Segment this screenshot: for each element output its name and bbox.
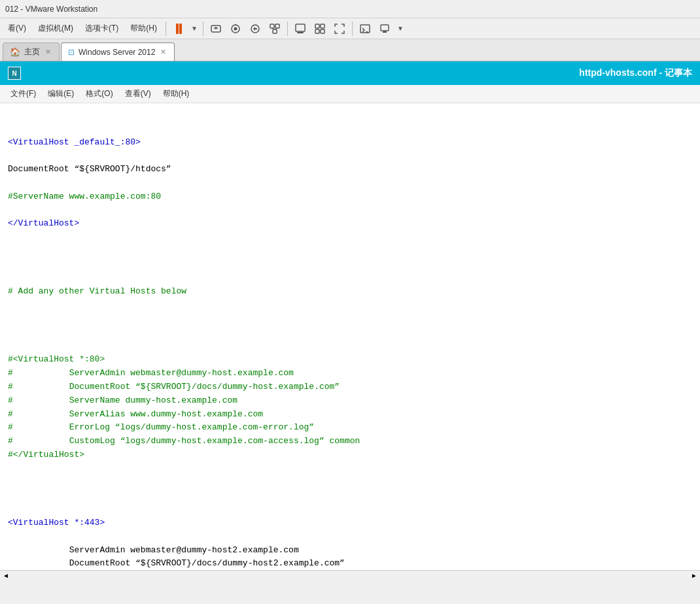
title-bar: 012 - VMware Workstation (0, 0, 700, 18)
notepad-menu-view[interactable]: 查看(V) (120, 86, 156, 101)
snapshot-button[interactable] (226, 20, 245, 38)
tab-vm-label: Windows Server 2012 (79, 48, 155, 57)
pause-button[interactable] (169, 20, 188, 38)
pause-bar-2 (179, 24, 182, 34)
notepad-menu-edit[interactable]: 编辑(E) (43, 86, 79, 101)
svg-rect-9 (273, 29, 277, 33)
tab-vm-close[interactable]: ✕ (159, 47, 167, 57)
content-line-1: <VirtualHost _default_:80> DocumentRoot … (8, 137, 365, 570)
svg-rect-8 (275, 24, 279, 28)
svg-rect-7 (270, 24, 274, 28)
menu-view[interactable]: 看(V) (3, 20, 31, 37)
tab-windows-server[interactable]: ⊡ Windows Server 2012 ✕ (61, 42, 175, 61)
console-button[interactable] (356, 20, 374, 38)
svg-rect-18 (360, 25, 370, 33)
menu-tabs[interactable]: 选项卡(T) (80, 20, 124, 37)
menu-help[interactable]: 帮助(H) (125, 20, 162, 37)
svg-rect-16 (315, 29, 319, 33)
comment-servername-1: #ServerName www.example.com:80 (8, 192, 161, 201)
notepad-menu-help[interactable]: 帮助(H) (158, 86, 195, 101)
svg-rect-14 (315, 24, 319, 28)
pause-bar-1 (176, 24, 179, 34)
comment-virtualhost-80: #<VirtualHost *:80> # ServerAdmin webmas… (8, 354, 360, 460)
notepad-menubar: 文件(F) 编辑(E) 格式(O) 查看(V) 帮助(H) (0, 85, 700, 103)
normal-view-button[interactable] (291, 20, 309, 38)
vmware-menubar: 看(V) 虚拟机(M) 选项卡(T) 帮助(H) ▼ ▼ (0, 18, 700, 39)
toolbar-separator-1 (166, 22, 166, 36)
horizontal-scrollbar[interactable]: ◄ ► (0, 570, 700, 580)
tag-virtualhost-close-1: </VirtualHost> (8, 218, 79, 228)
tab-home-close[interactable]: ✕ (44, 47, 52, 57)
content-documentroot-1: DocumentRoot “${SRVROOT}/htdocs” (8, 164, 171, 174)
svg-point-4 (234, 27, 237, 30)
toolbar-separator-4 (352, 22, 353, 36)
notepad-editor[interactable]: <VirtualHost _default_:80> DocumentRoot … (0, 103, 700, 570)
tag-virtualhost-443: <VirtualHost *:443> (8, 518, 105, 528)
toolbar-separator-3 (287, 22, 288, 36)
fullscreen-button[interactable] (330, 20, 349, 38)
notepad-title-text: httpd-vhosts.conf - 记事本 (579, 67, 692, 79)
snapshot-manager-button[interactable] (266, 20, 284, 38)
tag-virtualhost-default: <VirtualHost _default_:80> (8, 137, 141, 147)
tab-bar: 🏠 主页 ✕ ⊡ Windows Server 2012 ✕ (0, 39, 700, 61)
svg-rect-15 (321, 24, 324, 28)
svg-rect-17 (321, 29, 324, 33)
scroll-right-arrow[interactable]: ► (688, 572, 700, 579)
fit-window-button[interactable] (376, 20, 394, 38)
notepad-menu-file[interactable]: 文件(F) (5, 86, 41, 101)
main-content: N httpd-vhosts.conf - 记事本 文件(F) 编辑(E) 格式… (0, 61, 700, 580)
comment-add-hosts: # Add any other Virtual Hosts below (8, 286, 186, 296)
tab-home[interactable]: 🏠 主页 ✕ (3, 42, 60, 61)
revert-snapshot-button[interactable] (246, 20, 264, 38)
notepad-menu-format[interactable]: 格式(O) (80, 86, 118, 101)
app-title: 012 - VMware Workstation (5, 5, 97, 14)
vm-icon: ⊡ (68, 48, 75, 57)
toolbar-separator-2 (203, 22, 203, 36)
home-icon: 🏠 (10, 47, 20, 57)
notepad-icon: N (8, 67, 21, 80)
notepad-title-bar: N httpd-vhosts.conf - 记事本 (0, 61, 700, 85)
pause-dropdown[interactable]: ▼ (189, 20, 200, 38)
tab-home-label: 主页 (24, 46, 40, 58)
unity-view-button[interactable] (311, 20, 329, 38)
svg-rect-20 (381, 25, 389, 31)
svg-rect-13 (297, 32, 304, 33)
content-virtualhost-443-body: ServerAdmin webmaster@dummy-host2.exampl… (8, 545, 365, 571)
svg-rect-12 (296, 24, 305, 31)
menu-vm[interactable]: 虚拟机(M) (33, 20, 79, 37)
fit-dropdown[interactable]: ▼ (395, 20, 406, 38)
send-ctrlaltdel-button[interactable] (207, 20, 225, 38)
scroll-left-arrow[interactable]: ◄ (0, 572, 12, 579)
